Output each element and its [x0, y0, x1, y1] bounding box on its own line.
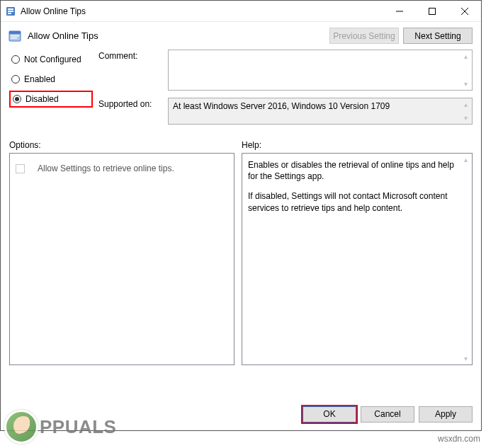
supported-row: Supported on: At least Windows Server 20… — [98, 98, 473, 125]
cancel-button[interactable]: Cancel — [361, 406, 414, 423]
watermark-logo: PPUALS — [4, 410, 116, 444]
maximize-button[interactable] — [416, 1, 448, 21]
radio-group: Not Configured Enabled Disabled — [9, 50, 93, 132]
next-setting-button[interactable]: Next Setting — [403, 28, 473, 44]
policy-icon — [5, 6, 16, 17]
options-heading: Options: — [9, 140, 234, 150]
previous-setting-button: Previous Setting — [329, 28, 399, 44]
help-panel: Enables or disables the retrieval of onl… — [242, 153, 473, 365]
close-button[interactable] — [448, 1, 481, 21]
policy-title: Allow Online Tips — [28, 30, 324, 41]
scroll-up-icon[interactable]: ▴ — [460, 50, 472, 62]
checkbox-allow-tips — [16, 164, 25, 173]
radio-disabled[interactable]: Disabled — [9, 91, 93, 108]
option-allow-tips: Allow Settings to retrieve online tips. — [16, 163, 228, 173]
source-text: wsxdn.com — [438, 434, 480, 444]
comment-row: Comment: ▴ ▾ — [98, 50, 473, 91]
window-controls — [383, 1, 481, 21]
radio-icon — [11, 75, 20, 84]
help-paragraph-1: Enables or disables the retrieval of onl… — [248, 159, 458, 182]
svg-rect-2 — [8, 11, 13, 12]
ok-button[interactable]: OK — [303, 406, 356, 423]
svg-rect-9 — [9, 31, 21, 34]
svg-rect-3 — [8, 13, 11, 14]
svg-rect-10 — [11, 35, 19, 37]
svg-rect-1 — [8, 8, 13, 10]
window-title: Allow Online Tips — [21, 6, 383, 16]
comment-input[interactable]: ▴ ▾ — [168, 50, 473, 91]
policy-header-icon — [8, 29, 22, 43]
body: Not Configured Enabled Disabled Comment:… — [1, 50, 481, 398]
minimize-button[interactable] — [383, 1, 416, 21]
help-heading: Help: — [242, 140, 473, 150]
policy-editor-window: Allow Online Tips Allow Online Tips — [0, 0, 482, 431]
scroll-up-icon[interactable]: ▴ — [460, 154, 472, 166]
panel-labels: Options: Help: — [9, 140, 473, 153]
watermark-text: PPUALS — [40, 416, 116, 438]
options-panel: Allow Settings to retrieve online tips. — [9, 153, 234, 365]
top-grid: Not Configured Enabled Disabled Comment:… — [9, 50, 473, 132]
titlebar: Allow Online Tips — [1, 1, 481, 22]
svg-rect-11 — [11, 38, 17, 39]
help-paragraph-2: If disabled, Settings will not contact M… — [248, 190, 458, 213]
fields: Comment: ▴ ▾ Supported on: At least Wind… — [98, 50, 473, 132]
scroll-down-icon[interactable]: ▾ — [460, 352, 472, 364]
radio-label: Enabled — [24, 74, 55, 84]
option-label: Allow Settings to retrieve online tips. — [38, 163, 174, 173]
nav-buttons: Previous Setting Next Setting — [329, 28, 473, 44]
supported-value-box: At least Windows Server 2016, Windows 10… — [168, 98, 473, 125]
svg-rect-5 — [429, 8, 436, 14]
radio-label: Not Configured — [24, 54, 81, 64]
panels: Allow Settings to retrieve online tips. … — [9, 153, 473, 365]
radio-icon — [13, 95, 21, 103]
radio-icon — [11, 55, 20, 64]
scroll-down-icon[interactable]: ▾ — [460, 112, 472, 124]
radio-label: Disabled — [26, 94, 59, 104]
scroll-up-icon[interactable]: ▴ — [460, 98, 472, 110]
watermark-avatar-icon — [4, 410, 38, 444]
header: Allow Online Tips Previous Setting Next … — [1, 22, 481, 50]
supported-label: Supported on: — [98, 98, 162, 125]
radio-enabled[interactable]: Enabled — [9, 71, 93, 88]
apply-button[interactable]: Apply — [419, 406, 473, 423]
supported-value: At least Windows Server 2016, Windows 10… — [173, 101, 390, 111]
scroll-down-icon[interactable]: ▾ — [460, 78, 472, 90]
comment-label: Comment: — [98, 50, 162, 91]
radio-not-configured[interactable]: Not Configured — [9, 51, 93, 68]
